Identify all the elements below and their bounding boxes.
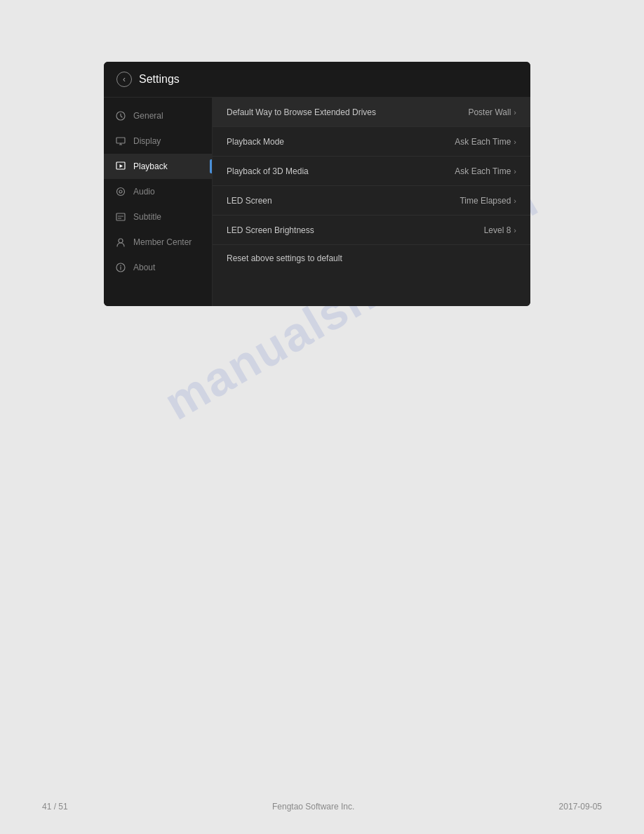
footer-page: 41 / 51 [42, 802, 68, 812]
setting-value-text-led-screen: Time Elapsed [459, 196, 511, 206]
clock-icon [115, 110, 126, 121]
setting-label-reset: Reset above settings to default [227, 253, 342, 263]
setting-row-reset[interactable]: Reset above settings to default [213, 245, 530, 272]
sidebar-label-member-center: Member Center [133, 237, 192, 247]
subtitle-icon [115, 211, 126, 223]
setting-value-browse-drives: Poster Wall › [468, 107, 516, 117]
setting-label-led-brightness: LED Screen Brightness [227, 225, 314, 235]
back-button[interactable]: ‹ [116, 72, 132, 87]
sidebar-item-wrapper-playback: Playback [104, 154, 212, 179]
sidebar-item-wrapper-general: General [104, 103, 212, 128]
sidebar-label-general: General [133, 111, 163, 121]
setting-row-playback-3d[interactable]: Playback of 3D Media Ask Each Time › [213, 157, 530, 186]
footer-date: 2017-09-05 [559, 802, 602, 812]
setting-value-text-browse-drives: Poster Wall [468, 107, 511, 117]
setting-label-browse-drives: Default Way to Browse Extended Drives [227, 107, 376, 117]
chevron-icon-led-brightness: › [514, 226, 516, 234]
svg-point-11 [119, 239, 123, 243]
sidebar-item-audio[interactable]: Audio [104, 179, 212, 204]
sidebar-item-subtitle[interactable]: Subtitle [104, 204, 212, 230]
svg-rect-1 [116, 138, 125, 143]
sidebar-item-member-center[interactable]: Member Center [104, 230, 212, 255]
svg-point-7 [119, 190, 122, 193]
setting-row-led-brightness[interactable]: LED Screen Brightness Level 8 › [213, 216, 530, 245]
sidebar-item-general[interactable]: General [104, 103, 212, 128]
about-icon [115, 262, 126, 273]
svg-point-6 [117, 188, 125, 196]
svg-rect-8 [116, 213, 125, 220]
setting-row-browse-drives[interactable]: Default Way to Browse Extended Drives Po… [213, 98, 530, 127]
chevron-icon-playback-mode: › [514, 138, 516, 146]
settings-header: ‹ Settings [104, 62, 530, 98]
sidebar-item-playback[interactable]: Playback [104, 154, 212, 179]
sidebar-item-about[interactable]: About [104, 255, 212, 280]
sidebar-label-display: Display [133, 136, 161, 146]
setting-value-playback-3d: Ask Each Time › [455, 166, 516, 176]
sidebar-item-wrapper-member: Member Center [104, 230, 212, 255]
chevron-icon-led-screen: › [514, 197, 516, 205]
setting-label-playback-mode: Playback Mode [227, 137, 284, 147]
sidebar-label-about: About [133, 263, 155, 272]
main-content: Default Way to Browse Extended Drives Po… [213, 98, 530, 306]
sidebar-item-wrapper-audio: Audio [104, 179, 212, 204]
setting-value-led-screen: Time Elapsed › [459, 196, 516, 206]
sidebar: General Display [104, 98, 213, 306]
audio-icon [115, 186, 126, 197]
setting-label-playback-3d: Playback of 3D Media [227, 166, 309, 176]
playback-icon [115, 161, 126, 172]
back-icon: ‹ [123, 74, 126, 84]
settings-title: Settings [139, 73, 180, 86]
sidebar-item-wrapper-subtitle: Subtitle [104, 204, 212, 230]
sidebar-label-playback: Playback [133, 161, 168, 171]
setting-row-led-screen[interactable]: LED Screen Time Elapsed › [213, 186, 530, 216]
setting-value-text-playback-3d: Ask Each Time [455, 166, 511, 176]
active-indicator [210, 159, 212, 173]
sidebar-label-audio: Audio [133, 187, 155, 197]
setting-value-led-brightness: Level 8 › [484, 225, 516, 235]
svg-marker-5 [120, 164, 123, 168]
settings-window: ‹ Settings General [104, 62, 530, 306]
setting-value-playback-mode: Ask Each Time › [455, 137, 516, 147]
chevron-icon-playback-3d: › [514, 167, 516, 176]
setting-row-playback-mode[interactable]: Playback Mode Ask Each Time › [213, 127, 530, 157]
chevron-icon-browse-drives: › [514, 108, 516, 117]
sidebar-item-display[interactable]: Display [104, 128, 212, 154]
member-icon [115, 237, 126, 248]
display-icon [115, 135, 126, 147]
setting-label-led-screen: LED Screen [227, 196, 272, 206]
setting-value-text-playback-mode: Ask Each Time [455, 137, 511, 147]
footer: 41 / 51 Fengtao Software Inc. 2017-09-05 [0, 802, 644, 812]
sidebar-item-wrapper-display: Display [104, 128, 212, 154]
setting-value-text-led-brightness: Level 8 [484, 225, 511, 235]
sidebar-label-subtitle: Subtitle [133, 212, 161, 222]
sidebar-item-wrapper-about: About [104, 255, 212, 280]
settings-body: General Display [104, 98, 530, 306]
svg-point-14 [120, 265, 121, 266]
footer-company: Fengtao Software Inc. [272, 802, 354, 812]
